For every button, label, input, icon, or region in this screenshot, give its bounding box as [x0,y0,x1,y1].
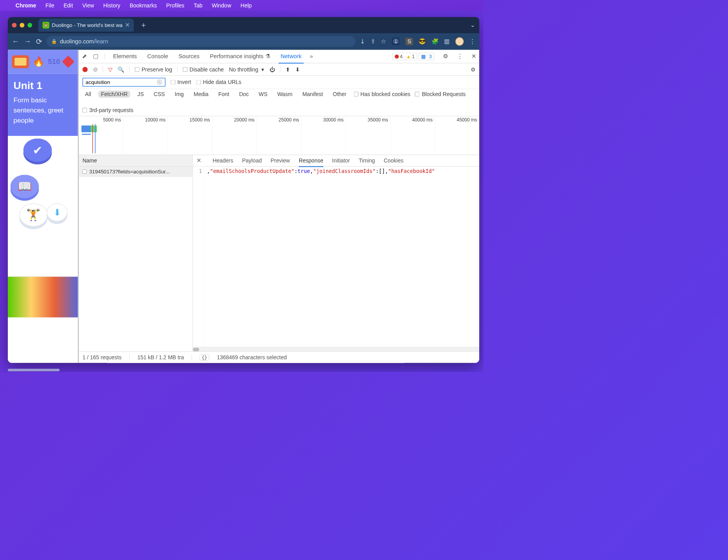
search-icon[interactable]: 🔍 [118,66,124,73]
hide-data-urls-checkbox[interactable]: Hide data URLs [196,79,241,86]
profile-avatar[interactable] [455,37,464,46]
filter-manifest[interactable]: Manifest [300,91,326,98]
tab-close-icon[interactable]: ✕ [125,22,130,29]
detail-tab-cookies[interactable]: Cookies [384,157,403,164]
extensions-puzzle-icon[interactable]: 🧩 [432,38,439,45]
menu-history[interactable]: History [103,2,120,9]
devtools-close-icon[interactable]: ✕ [471,53,476,60]
detail-tab-initiator[interactable]: Initiator [332,157,350,164]
response-body[interactable]: 1 ,"emailSchoolsProductUpdate":true,"joi… [193,166,479,347]
filter-all[interactable]: All [82,91,94,98]
extension-s-icon[interactable]: S [405,37,413,45]
menu-view[interactable]: View [82,2,94,9]
forward-button[interactable]: → [24,37,31,46]
scroll-thumb[interactable] [193,348,199,351]
filter-ws[interactable]: WS [256,91,270,98]
menu-window[interactable]: Window [212,2,231,9]
duolingo-favicon-icon: 🦉 [43,22,49,29]
blocked-requests-checkbox[interactable]: Blocked Requests [415,91,466,97]
menu-bookmarks[interactable]: Bookmarks [130,2,157,9]
devtools-more-icon[interactable]: ⋮ [457,53,463,60]
share-icon[interactable]: ⇪ [371,38,375,45]
reload-button[interactable]: ⟳ [36,37,42,46]
maximize-window-icon[interactable] [27,23,32,27]
back-button[interactable]: ← [12,37,20,46]
invert-checkbox[interactable]: Invert [171,79,191,86]
menubar-app[interactable]: Chrome [16,2,36,9]
chrome-menu-icon[interactable]: ⋮ [469,38,475,45]
tab-network[interactable]: Network [278,53,303,63]
tab-sources[interactable]: Sources [177,53,202,60]
side-panel-icon[interactable]: ▥ [444,38,450,45]
filter-input[interactable]: ⓧ [82,78,165,87]
inspect-icon[interactable]: ⬈ [82,53,87,60]
device-toggle-icon[interactable]: ▢ [93,53,98,60]
filter-funnel-icon[interactable]: ▽ [108,66,112,73]
tab-overflow-icon[interactable]: » [310,53,313,60]
tab-performance-insights[interactable]: Performance insights ⚗ [208,53,272,60]
browser-tab[interactable]: 🦉 Duolingo - The world's best wa ✕ [38,19,134,32]
menu-help[interactable]: Help [241,2,252,9]
request-list-header[interactable]: Name [79,155,193,166]
request-row-name: 319450173?fields=acquisitionSur... [89,169,170,175]
lesson-step-1[interactable]: ✔ [23,139,52,162]
bookmark-star-icon[interactable]: ☆ [381,38,386,45]
filter-doc[interactable]: Doc [237,91,252,98]
tab-console[interactable]: Console [145,53,170,60]
network-timeline[interactable]: 5000 ms 10000 ms 15000 ms 20000 ms 25000… [79,116,479,155]
devtools-settings-icon[interactable]: ⚙ [443,53,448,60]
filter-textbox[interactable] [86,79,153,85]
detail-tabs: ✕ Headers Payload Preview Response Initi… [193,155,479,166]
minimize-window-icon[interactable] [20,23,24,27]
filter-other[interactable]: Other [330,91,349,98]
network-conditions-icon[interactable]: ⏻ [269,66,275,73]
filter-css[interactable]: CSS [151,91,168,98]
network-settings-icon[interactable]: ⚙ [471,66,476,73]
request-row-checkbox[interactable] [82,169,87,174]
import-har-icon[interactable]: ⬆ [285,66,290,73]
filter-font[interactable]: Font [216,91,232,98]
filter-img[interactable]: Img [172,91,187,98]
detail-tab-headers[interactable]: Headers [212,157,233,164]
lesson-step-4[interactable]: ⬇ [47,203,68,221]
issue-counts[interactable]: 4 ▲1 ▦ 3 [393,53,434,60]
detail-tab-preview[interactable]: Preview [271,157,290,164]
menu-file[interactable]: File [45,2,54,9]
menu-profiles[interactable]: Profiles [166,2,185,9]
lesson-step-2[interactable]: 📖 [11,175,39,198]
detail-tab-response[interactable]: Response [299,157,323,167]
detail-close-icon[interactable]: ✕ [196,157,201,164]
filter-wasm[interactable]: Wasm [275,91,295,98]
omnibox[interactable]: 🔒 duolingo.com/learn [46,36,355,47]
detail-tab-timing[interactable]: Timing [359,157,375,164]
clear-icon[interactable]: ⊘ [93,66,98,73]
new-tab-button[interactable]: ＋ [140,20,147,30]
filter-media[interactable]: Media [191,91,211,98]
install-icon[interactable]: ⤓ [360,38,365,45]
disable-cache-checkbox[interactable]: Disable cache [183,66,224,73]
json-braces-icon[interactable]: {} [200,355,209,360]
throttling-select[interactable]: No throttling ▾ [229,66,264,73]
third-party-checkbox[interactable]: 3rd-party requests [82,107,133,113]
lesson-step-3[interactable]: 🏋 [19,203,48,227]
record-icon[interactable] [82,67,87,72]
extension-1password-icon[interactable]: ① [392,37,400,45]
menu-edit[interactable]: Edit [64,2,73,9]
has-blocked-cookies-checkbox[interactable]: Has blocked cookies [354,91,410,97]
menu-tab[interactable]: Tab [194,2,202,9]
extension-face-icon[interactable]: 😎 [419,38,426,45]
close-window-icon[interactable] [12,23,17,27]
detail-tab-payload[interactable]: Payload [242,157,262,164]
tab-elements[interactable]: Elements [111,53,139,60]
filter-js[interactable]: JS [135,91,146,98]
filter-fetch-xhr[interactable]: Fetch/XHR [98,91,130,98]
tab-overflow-icon[interactable]: ⌄ [470,22,475,29]
preserve-log-checkbox[interactable]: Preserve log [135,66,172,73]
chrome-toolbar: ← → ⟳ 🔒 duolingo.com/learn ⤓ ⇪ ☆ ① S 😎 🧩… [8,33,479,50]
export-har-icon[interactable]: ⬇ [295,66,300,73]
response-code[interactable]: ,"emailSchoolsProductUpdate":true,"joine… [204,166,479,347]
clear-filter-icon[interactable]: ⓧ [157,79,162,86]
request-row[interactable]: 319450173?fields=acquisitionSur... [79,166,193,177]
horizontal-scrollbar[interactable] [193,347,479,351]
language-flag-icon[interactable] [12,55,29,68]
